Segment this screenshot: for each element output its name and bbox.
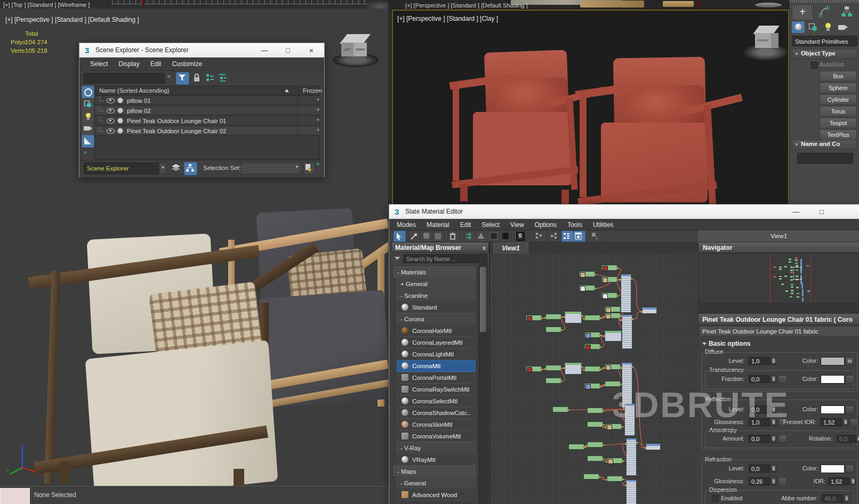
name-color-rollout[interactable]: ▼Name and Co (792, 140, 857, 150)
slate-menu-view[interactable]: View (505, 219, 529, 231)
ior-spinner[interactable] (850, 477, 856, 485)
list-empty-area[interactable] (94, 136, 320, 160)
material-parameters-header[interactable]: Pinet Teak Outdoor Lounge Chair 01 fabri… (698, 313, 859, 325)
map-node[interactable] (605, 364, 621, 370)
map-node[interactable] (583, 474, 599, 479)
map-node[interactable] (584, 332, 600, 338)
map-node[interactable] (605, 306, 621, 312)
abbe-number-spinner[interactable] (844, 494, 849, 502)
slate-menu-tools[interactable]: Tools (562, 219, 588, 231)
preview-zero-button[interactable]: 0 (514, 231, 526, 242)
map-node[interactable] (605, 313, 621, 319)
tree-section--materials[interactable]: - Materials (394, 266, 476, 278)
map-node[interactable] (545, 314, 561, 320)
show-checker-button[interactable] (499, 231, 511, 242)
slate-menu-edit[interactable]: Edit (455, 219, 477, 231)
slate-menu-modes[interactable]: Modes (391, 219, 421, 231)
material-item-coronamtl[interactable]: CoronaMtl (397, 360, 476, 372)
basic-options-caret-icon[interactable] (702, 343, 707, 345)
collapse-tree-icon[interactable] (218, 73, 228, 83)
expand-tree-icon[interactable] (205, 73, 215, 83)
edit-selection-set-button[interactable] (303, 162, 315, 174)
clay-viewcube[interactable]: FRONT (742, 22, 789, 65)
output-node[interactable] (642, 307, 657, 314)
map-node[interactable] (607, 476, 623, 482)
frozen-icon[interactable]: * (317, 126, 319, 136)
ior-value[interactable]: 1,52 (828, 477, 849, 485)
scene-explorer-titlebar[interactable]: 3 Scene Explorer - Scene Explorer — □ × (79, 43, 324, 58)
reflection-color-swatch[interactable] (821, 405, 845, 414)
material-item-coronaskinmtl[interactable]: CoronaSkinMtl (397, 419, 476, 430)
material-node[interactable] (622, 315, 632, 349)
search-options-caret-icon[interactable] (395, 257, 400, 260)
reflection-color-map-button[interactable] (846, 405, 854, 414)
map-node[interactable] (584, 383, 600, 389)
visibility-eye-icon[interactable] (107, 108, 115, 113)
abbe-number-value[interactable]: 40,0 (822, 494, 843, 502)
slate-minimize-button[interactable]: — (788, 205, 804, 219)
search-input[interactable] (84, 73, 165, 84)
map-node[interactable] (584, 344, 600, 349)
side-strip-overflow[interactable]: » (84, 149, 87, 155)
table-row[interactable]: Pinet Teak Outdoor Lounge Chair 02* (94, 126, 320, 135)
pick-material-eyedropper-button[interactable] (408, 231, 421, 242)
tab-hierarchy[interactable] (837, 4, 857, 19)
frozen-icon[interactable]: * (317, 116, 319, 126)
map-node[interactable] (587, 456, 603, 461)
map-node[interactable] (545, 365, 561, 371)
slate-menu-utilities[interactable]: Utilities (588, 219, 619, 231)
pick-object-button[interactable] (590, 231, 602, 242)
slate-menu-material[interactable]: Material (421, 219, 455, 231)
tree-group--general[interactable]: - General (397, 477, 476, 489)
map-node[interactable] (584, 366, 600, 372)
material-item-coronarayswitchmtl[interactable]: CoronaRaySwitchMtl (397, 384, 476, 395)
map-node[interactable] (587, 408, 603, 413)
browser-search-input[interactable]: Search by Name ... (403, 254, 487, 263)
navigator-minimap[interactable] (698, 253, 859, 304)
delete-selected-button[interactable] (448, 231, 460, 242)
minimize-button[interactable]: — (256, 43, 272, 58)
tree-group--scanline[interactable]: - Scanline (397, 290, 476, 302)
table-row[interactable]: pillow 01* (94, 95, 320, 105)
create-sphere-button[interactable]: Sphere (820, 83, 857, 93)
map-node[interactable] (579, 285, 595, 291)
row-name[interactable]: pillow 02 (127, 106, 151, 116)
maximize-button[interactable]: □ (280, 43, 296, 58)
clay-viewport-label[interactable]: [+] [Perspective ] [Standard ] [Clay ] (397, 15, 498, 22)
autogrid-checkbox[interactable] (811, 62, 818, 69)
amount-value[interactable]: 0,0 (749, 435, 770, 443)
clay-viewcube-front[interactable]: FRONT (755, 33, 771, 48)
table-row[interactable]: Pinet Teak Outdoor Lounge Chair 01* (94, 116, 320, 125)
viewcube-face-left[interactable]: LEFT (341, 43, 354, 56)
hide-unused-nodeslots-button[interactable] (476, 231, 488, 242)
frozen-icon[interactable]: * (317, 106, 319, 116)
category-lights-icon[interactable] (822, 21, 834, 33)
map-node[interactable] (568, 444, 584, 450)
material-node[interactable] (626, 480, 637, 504)
column-divider[interactable] (298, 86, 298, 96)
material-item-vraymtl[interactable]: VRayMtl (397, 454, 476, 466)
scene-explorer-menu-edit[interactable]: Edit (145, 58, 167, 70)
create-textplus-button[interactable]: TextPlus (820, 129, 857, 140)
fresnel-ior-value[interactable]: 1,52 (821, 418, 842, 426)
map-node[interactable] (545, 378, 561, 384)
map-node[interactable] (526, 315, 542, 321)
category-geometry-icon[interactable] (792, 21, 805, 33)
map-node[interactable] (587, 421, 603, 427)
dock-caption-bar[interactable]: View1 (698, 230, 859, 242)
material-item-coronaselectmtl[interactable]: CoronaSelectMtl (397, 395, 476, 407)
slate-menu-select[interactable]: Select (476, 219, 504, 231)
name-column-header[interactable]: Name (Sorted Ascending) (99, 87, 170, 94)
tree-group--general[interactable]: + General (397, 278, 476, 290)
selectable-dot-icon[interactable] (117, 128, 123, 134)
map-node[interactable] (552, 407, 568, 412)
tree-section--maps[interactable]: - Maps (394, 466, 476, 477)
map-node[interactable] (601, 277, 617, 282)
object-name-field[interactable] (797, 153, 853, 164)
put-material-button[interactable] (432, 231, 444, 242)
map-node[interactable] (607, 458, 623, 464)
layers-icon[interactable] (171, 164, 181, 172)
slate-titlebar[interactable]: 3 Slate Material Editor — □ (389, 205, 859, 219)
material-item-coronashadowcatc-[interactable]: CoronaShadowCatc.. (397, 407, 476, 419)
slate-material-editor-window[interactable]: 3 Slate Material Editor — □ ModesMateria… (389, 204, 859, 504)
